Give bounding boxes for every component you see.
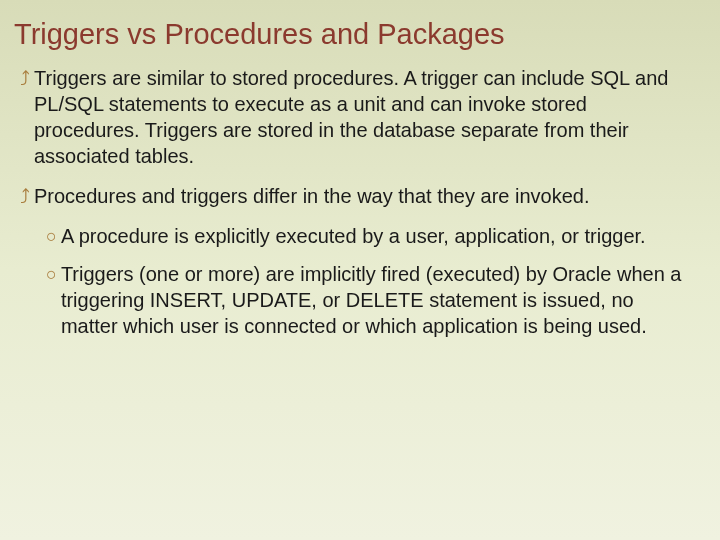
bullet-icon: ⤴ — [20, 183, 30, 209]
sub-item: ○ A procedure is explicitly executed by … — [46, 223, 690, 249]
sub-text: Triggers (one or more) are implicitly fi… — [61, 261, 690, 339]
slide-content: ⤴ Triggers are similar to stored procedu… — [0, 65, 720, 339]
sub-text: A procedure is explicitly executed by a … — [61, 223, 646, 249]
sub-bullet-icon: ○ — [46, 261, 57, 287]
bullet-item: ⤴ Triggers are similar to stored procedu… — [20, 65, 690, 169]
bullet-icon: ⤴ — [20, 65, 30, 91]
slide-title: Triggers vs Procedures and Packages — [0, 18, 720, 65]
sub-item: ○ Triggers (one or more) are implicitly … — [46, 261, 690, 339]
bullet-text: Procedures and triggers differ in the wa… — [34, 183, 590, 209]
sub-list: ○ A procedure is explicitly executed by … — [20, 223, 690, 339]
sub-bullet-icon: ○ — [46, 223, 57, 249]
bullet-item: ⤴ Procedures and triggers differ in the … — [20, 183, 690, 209]
bullet-text: Triggers are similar to stored procedure… — [34, 65, 690, 169]
